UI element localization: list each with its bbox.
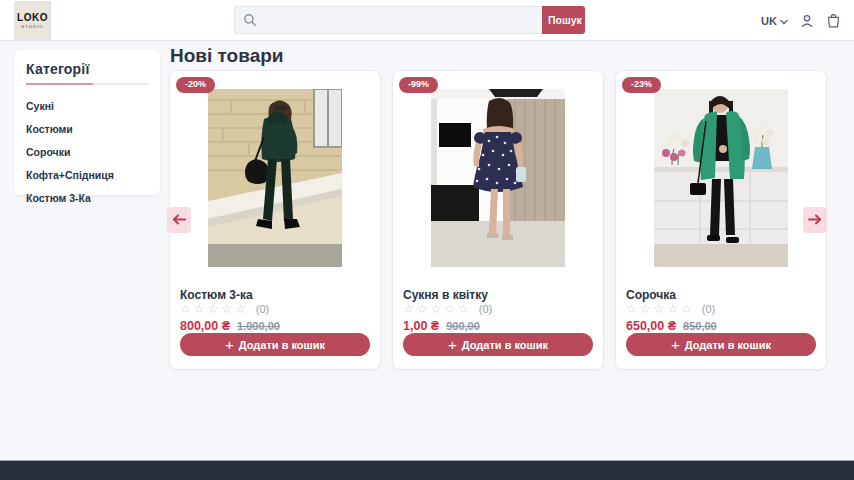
- rating-count: (0): [702, 303, 715, 315]
- price-row: 1,00 ₴ 900,00: [403, 319, 480, 333]
- add-to-cart-label: Додати в кошик: [685, 339, 771, 351]
- language-selector[interactable]: UK: [761, 15, 788, 27]
- rating: ☆☆☆☆☆ (0): [403, 303, 492, 315]
- logo-subtext: STUDIO: [21, 25, 43, 29]
- product-image[interactable]: [654, 89, 788, 267]
- star-icons: ☆☆☆☆☆: [403, 303, 472, 315]
- old-price: 900,00: [446, 320, 480, 332]
- star-icons: ☆☆☆☆☆: [180, 303, 249, 315]
- page-title: Нові товари: [170, 45, 284, 67]
- rating-count: (0): [479, 303, 492, 315]
- product-image[interactable]: [208, 89, 342, 267]
- old-price: 850,00: [683, 320, 717, 332]
- plus-icon: +: [671, 337, 680, 352]
- rating: ☆☆☆☆☆ (0): [180, 303, 269, 315]
- carousel-prev-button[interactable]: [167, 207, 191, 233]
- product-title[interactable]: Сорочка: [626, 288, 676, 302]
- plus-icon: +: [225, 337, 234, 352]
- rating-count: (0): [256, 303, 269, 315]
- footer: [0, 460, 854, 480]
- sidebar-item-kofta-spidnytsia[interactable]: Кофта+Спідниця: [26, 163, 148, 186]
- add-to-cart-label: Додати в кошик: [462, 339, 548, 351]
- arrow-left-icon: [172, 213, 186, 228]
- add-to-cart-label: Додати в кошик: [239, 339, 325, 351]
- add-to-cart-button[interactable]: + Додати в кошик: [626, 333, 816, 356]
- sidebar-item-kostiumy[interactable]: Костюми: [26, 117, 148, 140]
- product-title[interactable]: Сукня в квітку: [403, 288, 488, 302]
- categories-list: Сукні Костюми Сорочки Кофта+Спідниця Кос…: [26, 94, 148, 209]
- product-card: -99%: [392, 70, 604, 370]
- language-label: UK: [761, 15, 777, 27]
- logo[interactable]: LOKO STUDIO: [14, 1, 51, 40]
- arrow-right-icon: [808, 213, 822, 228]
- add-to-cart-button[interactable]: + Додати в кошик: [180, 333, 370, 356]
- chevron-down-icon: [780, 15, 788, 27]
- discount-badge: -99%: [399, 77, 438, 93]
- discount-badge: -23%: [622, 77, 661, 93]
- cart-icon[interactable]: [826, 12, 841, 29]
- price: 650,00 ₴: [626, 319, 676, 333]
- header: LOKO STUDIO Пошук UK: [0, 0, 854, 41]
- search-bar: Пошук: [234, 6, 585, 34]
- product-card: -23%: [615, 70, 827, 370]
- product-card: -20%: [169, 70, 381, 370]
- price: 1,00 ₴: [403, 319, 439, 333]
- product-title[interactable]: Костюм 3-ка: [180, 288, 253, 302]
- categories-title: Категорії: [26, 61, 148, 77]
- old-price: 1.000,00: [237, 320, 280, 332]
- product-image[interactable]: [431, 89, 565, 267]
- plus-icon: +: [448, 337, 457, 352]
- sidebar-item-kostium-3-ka[interactable]: Костюм 3-Ка: [26, 186, 148, 209]
- search-input[interactable]: [234, 6, 542, 34]
- search-button[interactable]: Пошук: [542, 6, 585, 34]
- price-row: 650,00 ₴ 850,00: [626, 319, 717, 333]
- discount-badge: -20%: [176, 77, 215, 93]
- categories-panel: Категорії Сукні Костюми Сорочки Кофта+Сп…: [14, 50, 160, 195]
- logo-text: LOKO: [17, 13, 48, 23]
- price: 800,00 ₴: [180, 319, 230, 333]
- categories-divider: [26, 83, 148, 85]
- sidebar-item-sukni[interactable]: Сукні: [26, 94, 148, 117]
- account-icon[interactable]: [799, 13, 815, 29]
- price-row: 800,00 ₴ 1.000,00: [180, 319, 280, 333]
- add-to-cart-button[interactable]: + Додати в кошик: [403, 333, 593, 356]
- rating: ☆☆☆☆☆ (0): [626, 303, 715, 315]
- sidebar-item-sorochky[interactable]: Сорочки: [26, 140, 148, 163]
- header-actions: UK: [761, 0, 841, 41]
- star-icons: ☆☆☆☆☆: [626, 303, 695, 315]
- carousel-next-button[interactable]: [803, 207, 827, 233]
